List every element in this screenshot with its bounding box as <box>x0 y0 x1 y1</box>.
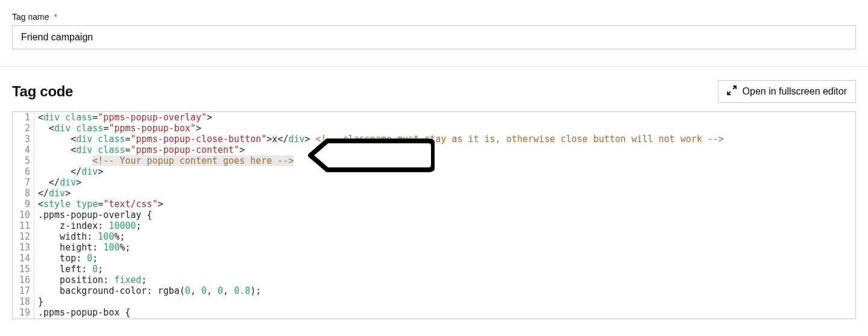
code-line[interactable]: } <box>38 296 855 307</box>
line-number: 15 <box>13 264 30 275</box>
line-number: 19 <box>13 307 30 318</box>
tag-name-field[interactable] <box>12 25 856 49</box>
line-number: 3 <box>13 134 30 145</box>
line-number: 12 <box>13 231 30 242</box>
line-number: 16 <box>13 275 30 285</box>
code-line[interactable]: </div> <box>38 166 855 177</box>
code-line[interactable]: <div class="ppms-popup-close-button">x</… <box>38 134 855 145</box>
tag-name-label: Tag name * <box>12 12 856 22</box>
line-number: 6 <box>13 166 30 177</box>
code-line[interactable]: </div> <box>38 177 855 188</box>
required-asterisk: * <box>54 12 57 22</box>
code-line[interactable]: .ppms-popup-overlay { <box>38 210 855 220</box>
code-line[interactable]: height: 100%; <box>38 242 855 253</box>
code-line[interactable]: background-color: rgba(0, 0, 0, 0.8); <box>38 285 855 296</box>
code-editor[interactable]: 12345678910111213141516171819 <div class… <box>12 111 856 319</box>
code-line[interactable]: left: 0; <box>38 264 855 275</box>
tag-name-label-text: Tag name <box>12 12 49 22</box>
code-line[interactable]: <!-- Your popup content goes here --> <box>38 155 855 166</box>
line-number: 10 <box>13 210 30 220</box>
tag-code-header-row: Tag code Open in fullscreen editor <box>12 80 856 103</box>
line-number: 9 <box>13 199 30 210</box>
code-line[interactable]: <div class="ppms-popup-box"> <box>38 123 855 134</box>
code-content-area[interactable]: <div class="ppms-popup-overlay"> <div cl… <box>34 112 855 319</box>
line-number: 4 <box>13 145 30 155</box>
open-fullscreen-label: Open in fullscreen editor <box>743 86 847 97</box>
code-line[interactable]: .ppms-popup-box { <box>38 307 855 318</box>
line-number: 17 <box>13 285 30 296</box>
line-number: 18 <box>13 296 30 307</box>
line-number: 11 <box>13 220 30 231</box>
code-line[interactable]: <style type="text/css"> <box>38 199 855 210</box>
line-number: 5 <box>13 155 30 166</box>
line-number-gutter: 12345678910111213141516171819 <box>13 112 34 319</box>
code-line[interactable]: <div class="ppms-popup-content"> <box>38 145 855 155</box>
expand-icon <box>727 86 737 98</box>
code-line[interactable]: top: 0; <box>38 253 855 264</box>
section-divider <box>0 66 868 67</box>
line-number: 14 <box>13 253 30 264</box>
line-number: 8 <box>13 188 30 199</box>
code-line[interactable]: position: fixed; <box>38 275 855 285</box>
tag-code-title: Tag code <box>12 83 73 100</box>
code-line[interactable]: <div class="ppms-popup-overlay"> <box>38 112 855 123</box>
line-number: 2 <box>13 123 30 134</box>
form-region: Tag name * Tag code Open in fullscreen e… <box>0 0 868 319</box>
code-line[interactable]: width: 100%; <box>38 231 855 242</box>
line-number: 1 <box>13 112 30 123</box>
line-number: 13 <box>13 242 30 253</box>
code-line[interactable]: z-index: 10000; <box>38 220 855 231</box>
line-number: 7 <box>13 177 30 188</box>
code-line[interactable]: </div> <box>38 188 855 199</box>
open-fullscreen-button[interactable]: Open in fullscreen editor <box>718 80 856 103</box>
